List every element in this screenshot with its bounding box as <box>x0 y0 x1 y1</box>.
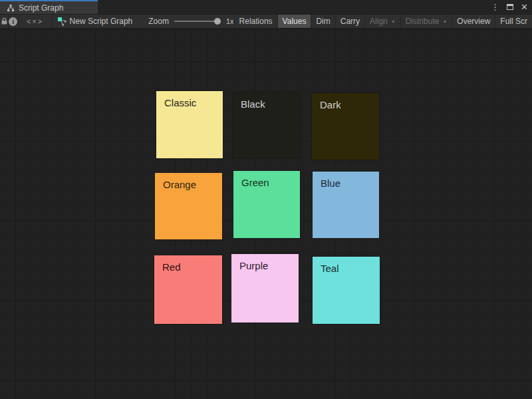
sticky-note-dark[interactable]: Dark <box>312 93 379 160</box>
toolbar-button-dim[interactable]: Dim <box>311 15 334 28</box>
window-controls: ⋮ ✕ <box>491 0 528 14</box>
toolbar-button-carry[interactable]: Carry <box>335 15 364 28</box>
toolbar-button-label: Overview <box>457 17 490 26</box>
title-bar: Script Graph ⋮ ✕ <box>0 0 532 14</box>
sticky-note-title: Teal <box>313 257 380 280</box>
toolbar-button-label: Dim <box>316 17 330 26</box>
zoom-slider-handle[interactable] <box>214 18 221 25</box>
sticky-note-title: Green <box>233 171 300 194</box>
graph-hierarchy-icon <box>7 4 15 12</box>
tab-title: Script Graph <box>19 3 63 13</box>
sticky-note-title: Black <box>233 92 300 116</box>
graph-canvas[interactable]: ClassicBlackDarkOrangeGreenBlueRedPurple… <box>0 29 532 399</box>
info-icon: i <box>9 17 17 26</box>
sticky-note-title: Purple <box>231 254 299 277</box>
zoom-slider[interactable] <box>174 18 221 25</box>
sticky-note-classic[interactable]: Classic <box>156 91 223 158</box>
graph-name-label: New Script Graph <box>70 17 133 26</box>
sticky-note-black[interactable]: Black <box>233 92 300 158</box>
toolbar-button-label: Full Scr <box>500 17 527 26</box>
graph-name-field[interactable]: New Script Graph <box>53 15 140 28</box>
toolbar-button-values[interactable]: Values <box>277 15 311 28</box>
zoom-control: Zoom 1x <box>139 15 233 28</box>
sticky-note-green[interactable]: Green <box>233 171 300 238</box>
dropdown-arrow-icon: ▼ <box>391 19 396 24</box>
toolbar-button-label: Values <box>283 17 307 26</box>
zoom-value: 1x <box>226 17 234 25</box>
sticky-note-title: Blue <box>313 172 379 195</box>
toolbar-button-label: Distribute <box>406 17 440 26</box>
toolbar-button-overview[interactable]: Overview <box>452 15 495 28</box>
sticky-note-orange[interactable]: Orange <box>155 173 222 239</box>
dropdown-arrow-icon: ▼ <box>442 19 447 24</box>
toolbar-button-distribute: Distribute▼ <box>400 15 452 28</box>
window-menu-icon[interactable]: ⋮ <box>491 0 499 14</box>
lock-icon <box>1 17 8 25</box>
toolbar-button-relations[interactable]: Relations <box>234 15 277 28</box>
graph-toolbar: i <×> New Script Graph Zoom 1x Relations… <box>0 14 532 29</box>
sticky-note-teal[interactable]: Teal <box>313 257 380 324</box>
zoom-label: Zoom <box>148 17 169 26</box>
tab-script-graph[interactable]: Script Graph <box>0 0 98 14</box>
toolbar-button-align: Align▼ <box>364 15 400 28</box>
close-icon[interactable]: ✕ <box>521 0 528 14</box>
lock-button[interactable] <box>0 15 9 28</box>
maximize-icon[interactable] <box>507 0 513 14</box>
sticky-note-title: Orange <box>155 173 222 196</box>
code-view-button[interactable]: <×> <box>19 15 53 28</box>
toolbar-button-label: Carry <box>340 17 360 26</box>
code-icon: <×> <box>27 17 43 25</box>
sticky-note-title: Dark <box>312 93 379 116</box>
sticky-note-purple[interactable]: Purple <box>231 254 299 323</box>
info-button[interactable]: i <box>9 15 18 28</box>
sticky-note-red[interactable]: Red <box>154 255 222 324</box>
sticky-note-blue[interactable]: Blue <box>313 172 379 238</box>
toolbar-buttons: RelationsValuesDimCarryAlign▼Distribute▼… <box>234 15 532 28</box>
toolbar-button-full-scr[interactable]: Full Scr <box>495 15 532 28</box>
sticky-note-title: Red <box>154 255 222 279</box>
script-graph-icon <box>57 17 66 26</box>
sticky-note-title: Classic <box>156 91 223 114</box>
toolbar-button-label: Align <box>370 17 388 26</box>
toolbar-button-label: Relations <box>239 17 273 26</box>
